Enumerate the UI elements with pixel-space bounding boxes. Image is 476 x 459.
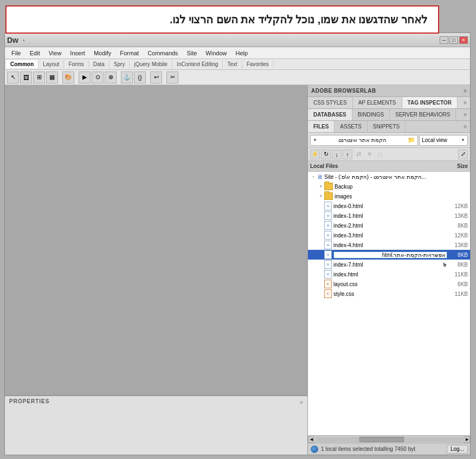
tool-snippet[interactable]: ✂ bbox=[166, 72, 178, 83]
file-icon-index0: H bbox=[324, 202, 332, 210]
file-name-index7: index-7.html bbox=[333, 262, 440, 268]
menu-site[interactable]: Site bbox=[182, 49, 201, 57]
file-size-selected: 8KB bbox=[447, 252, 468, 258]
tab-server-behaviors[interactable]: SERVER BEHAVIORS bbox=[390, 109, 456, 120]
files-refresh-icon[interactable]: ↻ bbox=[321, 150, 331, 159]
tab-ap-elements[interactable]: AP ELEMENTS bbox=[353, 97, 402, 108]
file-name-index0: index-0.html bbox=[333, 203, 447, 209]
tool-link[interactable]: ⊕ bbox=[105, 72, 117, 83]
file-name-index3: index-3.html bbox=[333, 232, 447, 238]
app-logo: Dw bbox=[7, 36, 18, 44]
tool-img[interactable]: 🖼 bbox=[20, 72, 32, 83]
tool-media[interactable]: ⊙ bbox=[92, 72, 104, 83]
file-icon-index1: H bbox=[324, 211, 332, 220]
log-button[interactable]: Log... bbox=[447, 445, 468, 454]
file-row-index4[interactable]: H index-4.html 13KB bbox=[308, 240, 470, 250]
menu-window[interactable]: Window bbox=[201, 49, 231, 57]
files-download-icon[interactable]: ↓ bbox=[332, 150, 342, 159]
menu-file[interactable]: File bbox=[7, 49, 25, 57]
scroll-left-arrow[interactable]: ◀ bbox=[308, 436, 314, 443]
panel-tabs2-menu[interactable]: ≡ bbox=[460, 109, 470, 120]
file-row-backup[interactable]: + Backup bbox=[308, 182, 470, 191]
menu-view[interactable]: View bbox=[44, 49, 66, 57]
menu-format[interactable]: Format bbox=[115, 49, 143, 57]
tool-undo[interactable]: ↩ bbox=[150, 72, 162, 83]
status-globe-icon bbox=[310, 445, 319, 454]
file-icon-index7: H bbox=[324, 260, 332, 269]
tool-color[interactable]: 🎨 bbox=[62, 72, 74, 83]
tab-bindings[interactable]: BINDINGS bbox=[352, 109, 390, 120]
site-root-icon: 🖥 bbox=[317, 173, 323, 180]
files-expand-icon[interactable]: ⤢ bbox=[458, 150, 468, 159]
canvas-area bbox=[5, 85, 307, 395]
tool-cursor[interactable]: ↖ bbox=[7, 72, 19, 83]
scroll-right-arrow[interactable]: ▶ bbox=[464, 436, 470, 443]
tab-spry[interactable]: Spry bbox=[110, 60, 130, 68]
tab-forms[interactable]: Forms bbox=[64, 60, 88, 68]
tab-css-styles[interactable]: CSS STYLES bbox=[308, 97, 353, 108]
tool-anchor[interactable]: ⚓ bbox=[121, 72, 133, 83]
view-dropdown-arrow: ▼ bbox=[461, 138, 465, 143]
tab-data[interactable]: Data bbox=[89, 60, 110, 68]
files-upload-icon[interactable]: ↑ bbox=[343, 150, 352, 159]
properties-collapse-icon[interactable]: ≡ bbox=[300, 399, 303, 405]
tab-jquery-mobile[interactable]: jQuery Mobile bbox=[130, 60, 172, 68]
browserlab-title: ADOBE BROWSERLAB bbox=[311, 88, 376, 94]
tab-files[interactable]: FILES bbox=[308, 121, 335, 132]
tab-snippets[interactable]: SNIPPETS bbox=[368, 121, 406, 132]
tab-assets[interactable]: ASSETS bbox=[335, 121, 367, 132]
panel-tabs1-menu[interactable]: ≡ bbox=[460, 97, 470, 108]
minimize-button[interactable]: ─ bbox=[440, 36, 448, 44]
tool-flash[interactable]: ▶ bbox=[79, 72, 91, 83]
title-bar-buttons: ─ □ ✕ bbox=[440, 36, 468, 44]
tab-layout[interactable]: Layout bbox=[38, 60, 64, 68]
tool-grid[interactable]: ▦ bbox=[46, 72, 58, 83]
file-row-images[interactable]: + images bbox=[308, 191, 470, 201]
menu-help[interactable]: Help bbox=[231, 49, 252, 57]
file-row-index[interactable]: H index.html 11KB bbox=[308, 269, 470, 279]
cursor-icon: 🖱 bbox=[442, 262, 447, 268]
maximize-button[interactable]: □ bbox=[449, 36, 458, 44]
tab-databases[interactable]: DATABASES bbox=[308, 109, 352, 120]
site-dropdown-arrow: ▼ bbox=[313, 138, 317, 143]
panel-tabs3-menu[interactable]: ≡ bbox=[460, 121, 470, 132]
file-row-index2[interactable]: H index-2.html 8KB bbox=[308, 221, 470, 230]
file-size-index7: 8KB bbox=[447, 262, 468, 268]
file-icon-layout: C bbox=[324, 280, 332, 288]
file-row-index1[interactable]: H index-1.html 13KB bbox=[308, 211, 470, 221]
h-scroll-thumb[interactable] bbox=[359, 437, 403, 442]
file-row-index0[interactable]: H index-0.html 12KB bbox=[308, 201, 470, 211]
file-name-index4: index-4.html bbox=[333, 242, 447, 248]
tool-table[interactable]: ⊞ bbox=[33, 72, 45, 83]
files-connect-icon[interactable]: ⚡ bbox=[310, 150, 320, 159]
right-panel: ADOBE BROWSERLAB ≡ CSS STYLES AP ELEMENT… bbox=[307, 85, 470, 455]
file-size-index3: 12KB bbox=[447, 232, 468, 238]
file-row-layout[interactable]: C layout.css 6KB bbox=[308, 279, 470, 289]
file-row-style[interactable]: C style.css 11KB bbox=[308, 289, 470, 299]
file-name-selected-input[interactable]: אפשרויות-הקמת-אתר.html bbox=[333, 251, 447, 258]
view-dropdown[interactable]: Local view ▼ bbox=[419, 135, 468, 146]
status-text: 1 local items selected totalling 7450 by… bbox=[321, 446, 445, 452]
file-row-selected[interactable]: H אפשרויות-הקמת-אתר.html 8KB bbox=[308, 250, 470, 260]
tab-favorites[interactable]: Favorites bbox=[242, 60, 274, 68]
menu-commands[interactable]: Commands bbox=[143, 49, 182, 57]
menu-modify[interactable]: Modify bbox=[89, 49, 115, 57]
file-name-index1: index-1.html bbox=[333, 213, 447, 219]
file-row-index3[interactable]: H index-3.html 12KB bbox=[308, 230, 470, 240]
file-row-site-root[interactable]: − 🖥 Site - הקמת אתר אינטרנט - (הקמת א\ס:… bbox=[308, 172, 470, 182]
tab-text[interactable]: Text bbox=[223, 60, 242, 68]
site-dropdown[interactable]: 📁 הקמת אתר אינטרנט ▼ bbox=[310, 135, 418, 146]
browserlab-menu-icon[interactable]: ≡ bbox=[464, 88, 467, 94]
close-button[interactable]: ✕ bbox=[459, 36, 468, 44]
file-row-index7[interactable]: H index-7.html 🖱 8KB bbox=[308, 260, 470, 269]
tab-common[interactable]: Common bbox=[6, 60, 38, 68]
tab-incontext-editing[interactable]: InContext Editing bbox=[172, 60, 223, 68]
file-icon-selected: H bbox=[324, 250, 332, 259]
file-name-index: index.html bbox=[333, 271, 447, 277]
tab-tag-inspector[interactable]: TAG INSPECTOR bbox=[402, 97, 458, 108]
menu-edit[interactable]: Edit bbox=[25, 49, 44, 57]
file-size-index0: 12KB bbox=[447, 203, 468, 209]
files-cancel-icon: ✕ bbox=[364, 150, 374, 159]
tool-comment[interactable]: {} bbox=[134, 72, 146, 83]
menu-insert[interactable]: Insert bbox=[66, 49, 89, 57]
